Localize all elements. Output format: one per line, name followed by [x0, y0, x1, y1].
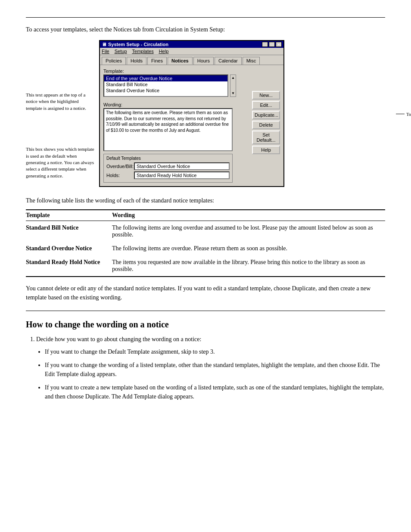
tab-policies[interactable]: Policies: [102, 57, 126, 65]
annotation-top-text: This text appears at the top of a notice…: [26, 92, 86, 111]
header-wording: Wording: [112, 210, 385, 221]
holds-value: Standard Ready Hold Notice: [134, 171, 230, 179]
help-button[interactable]: Help: [252, 146, 280, 154]
menu-templates[interactable]: Templates: [132, 49, 154, 54]
template-item-2[interactable]: Standard Overdue Notice: [104, 87, 227, 93]
annotation-top: This text appears at the top of a notice…: [26, 92, 95, 112]
numbered-list: Decide how you want to go about changing…: [36, 335, 385, 401]
top-divider: [26, 17, 385, 18]
section-heading: How to change the wording on a notice: [26, 320, 385, 330]
body-text: You cannot delete or edit any of the sta…: [26, 284, 385, 302]
buttons-column: New... Edit... Duplicate... Delete Set D…: [252, 91, 280, 154]
table-cell-template: Standard Bill Notice: [26, 221, 112, 242]
bullet-item: If you want to create a new template bas…: [45, 383, 385, 401]
scroll-up-arrow[interactable]: ▲: [230, 75, 236, 81]
table-cell-template: Standard Overdue Notice: [26, 242, 112, 255]
window-icon: 🖥: [102, 42, 106, 47]
default-templates-title: Default Templates: [106, 156, 230, 161]
scroll-down-arrow[interactable]: ▼: [230, 90, 236, 96]
table-row: Standard Overdue NoticeThe following ite…: [26, 242, 385, 255]
overdue-label: Overdue/Bill:: [106, 164, 132, 169]
default-templates-section: Default Templates Overdue/Bill: Standard…: [103, 154, 233, 183]
overdue-value: Standard Overdue Notice: [134, 162, 230, 170]
menu-setup[interactable]: Setup: [115, 49, 127, 54]
section-divider: [26, 311, 385, 311]
template-listbox[interactable]: End of the year Overdue Notice Standard …: [103, 75, 228, 97]
bullet-item: If you want to change the wording of a l…: [45, 361, 385, 379]
tab-misc[interactable]: Misc: [243, 57, 260, 65]
listbox-scrollbar[interactable]: ▲ ▼: [230, 75, 236, 97]
bullet-item: If you want to change the Default Templa…: [45, 347, 385, 356]
title-text: 🖥 System Setup - Circulation: [102, 42, 168, 47]
header-template: Template: [26, 210, 112, 221]
tab-holds[interactable]: Holds: [127, 57, 146, 65]
minimize-button[interactable]: _: [262, 42, 268, 47]
set-default-button[interactable]: Set Default...: [252, 131, 280, 144]
callout-line: [396, 114, 405, 114]
tab-notices[interactable]: Notices: [168, 57, 193, 65]
template-item-0[interactable]: End of the year Overdue Notice: [104, 75, 227, 81]
maximize-button[interactable]: □: [269, 42, 275, 47]
table-cell-wording: The items you requested are now availabl…: [112, 255, 385, 277]
notice-table: Template Wording Standard Bill NoticeThe…: [26, 209, 385, 277]
table-cell-wording: The following items are long overdue and…: [112, 221, 385, 242]
table-intro: The following table lists the wording of…: [26, 197, 385, 204]
bullet-list: If you want to change the Default Templa…: [45, 347, 385, 401]
edit-button[interactable]: Edit...: [252, 101, 280, 109]
tab-hours[interactable]: Hours: [193, 57, 214, 65]
holds-label: Holds:: [106, 173, 132, 178]
system-setup-container: This text appears at the top of a notice…: [26, 40, 385, 187]
menubar: File Setup Templates Help: [100, 48, 283, 55]
window-controls: _ □ ×: [262, 42, 282, 47]
new-button[interactable]: New...: [252, 91, 280, 100]
right-annotation: To delete the highlighted template: [396, 111, 411, 118]
close-button[interactable]: ×: [276, 42, 282, 47]
system-setup-window: 🖥 System Setup - Circulation _ □ × File …: [99, 40, 284, 187]
step-1: Decide how you want to go about changing…: [36, 335, 385, 401]
template-item-1[interactable]: Standard Bill Notice: [104, 81, 227, 87]
tab-fines[interactable]: Fines: [147, 57, 167, 65]
table-row: Standard Bill NoticeThe following items …: [26, 221, 385, 242]
duplicate-button[interactable]: Duplicate...: [252, 111, 280, 119]
table-row: Standard Ready Hold NoticeThe items you …: [26, 255, 385, 277]
annotation-bottom: This box shows you which template is use…: [26, 146, 95, 179]
tab-calendar[interactable]: Calendar: [215, 57, 242, 65]
default-row-holds: Holds: Standard Ready Hold Notice: [106, 171, 230, 179]
default-row-overdue: Overdue/Bill: Standard Overdue Notice: [106, 162, 230, 170]
titlebar: 🖥 System Setup - Circulation _ □ ×: [100, 41, 283, 48]
intro-text: To access your templates, select the Not…: [26, 26, 385, 33]
step-1-text: Decide how you want to go about changing…: [36, 336, 201, 342]
left-annotations: This text appears at the top of a notice…: [26, 40, 99, 179]
table-cell-template: Standard Ready Hold Notice: [26, 255, 112, 277]
tabs-container: Policies Holds Fines Notices Hours Calen…: [100, 55, 283, 65]
window-title: System Setup - Circulation: [108, 42, 168, 47]
annotation-bottom-text: This box shows you which template is use…: [26, 146, 94, 178]
wording-box: The following items are overdue. Please …: [103, 108, 233, 151]
window-area: 🖥 System Setup - Circulation _ □ × File …: [99, 40, 385, 187]
table-header-row: Template Wording: [26, 210, 385, 221]
right-annotation-text: To delete the highlighted template: [406, 111, 411, 118]
window-content: Template: End of the year Overdue Notice…: [100, 65, 283, 186]
table-cell-wording: The following items are overdue. Please …: [112, 242, 385, 255]
template-label: Template:: [103, 68, 280, 74]
delete-button[interactable]: Delete: [252, 121, 280, 129]
menu-help[interactable]: Help: [159, 49, 169, 54]
menu-file[interactable]: File: [102, 49, 109, 54]
